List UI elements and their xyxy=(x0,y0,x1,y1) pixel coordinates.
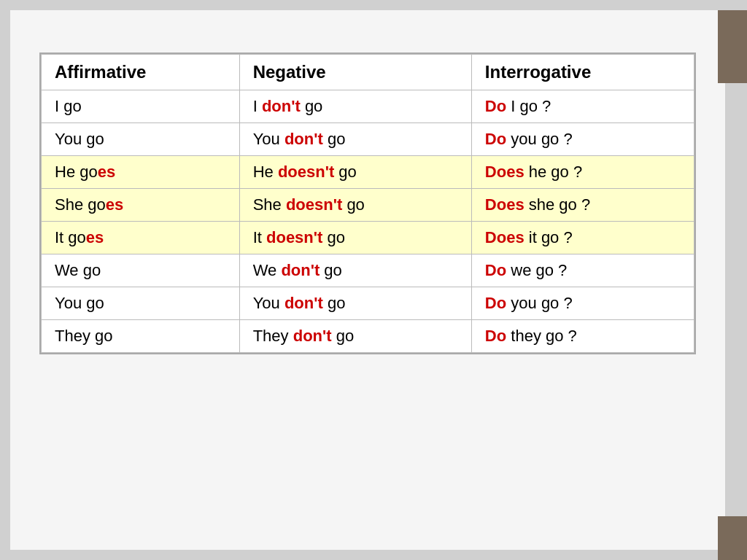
cell-negative: I don't go xyxy=(239,90,471,123)
cell-affirmative: It goes xyxy=(42,222,240,254)
table-row: You goYou don't goDo you go ? xyxy=(42,287,694,320)
table-wrapper: Affirmative Negative Interrogative I goI… xyxy=(39,52,696,354)
table-row: They goThey don't goDo they go ? xyxy=(42,320,694,353)
col-negative: Negative xyxy=(239,55,471,90)
corner-decoration-top xyxy=(718,10,747,83)
header-row: Affirmative Negative Interrogative xyxy=(42,55,694,90)
cell-interrogative: Do I go ? xyxy=(471,90,694,123)
cell-interrogative: Do we go ? xyxy=(471,254,694,287)
cell-affirmative: He goes xyxy=(42,156,240,189)
cell-negative: We don't go xyxy=(239,254,471,287)
table-row: He goesHe doesn't goDoes he go ? xyxy=(42,156,694,189)
table-row: I goI don't goDo I go ? xyxy=(42,90,694,123)
cell-affirmative: She goes xyxy=(42,189,240,222)
slide: Affirmative Negative Interrogative I goI… xyxy=(10,10,725,550)
cell-interrogative: Does it go ? xyxy=(471,222,694,254)
cell-negative: It doesn't go xyxy=(239,222,471,254)
cell-affirmative: I go xyxy=(42,90,240,123)
cell-affirmative: You go xyxy=(42,123,240,156)
col-interrogative: Interrogative xyxy=(471,55,694,90)
cell-affirmative: We go xyxy=(42,254,240,287)
table-row: You goYou don't goDo you go ? xyxy=(42,123,694,156)
cell-affirmative: You go xyxy=(42,287,240,320)
col-affirmative: Affirmative xyxy=(42,55,240,90)
table-row: She goesShe doesn't goDoes she go ? xyxy=(42,189,694,222)
corner-decoration-bottom xyxy=(718,516,747,560)
table-row: It goesIt doesn't goDoes it go ? xyxy=(42,222,694,254)
table-row: We goWe don't goDo we go ? xyxy=(42,254,694,287)
cell-affirmative: They go xyxy=(42,320,240,353)
cell-negative: You don't go xyxy=(239,287,471,320)
cell-interrogative: Does she go ? xyxy=(471,189,694,222)
grammar-table: Affirmative Negative Interrogative I goI… xyxy=(41,54,694,353)
cell-negative: He doesn't go xyxy=(239,156,471,189)
cell-negative: You don't go xyxy=(239,123,471,156)
cell-interrogative: Do they go ? xyxy=(471,320,694,353)
cell-negative: She doesn't go xyxy=(239,189,471,222)
cell-interrogative: Do you go ? xyxy=(471,123,694,156)
cell-interrogative: Do you go ? xyxy=(471,287,694,320)
cell-interrogative: Does he go ? xyxy=(471,156,694,189)
cell-negative: They don't go xyxy=(239,320,471,353)
